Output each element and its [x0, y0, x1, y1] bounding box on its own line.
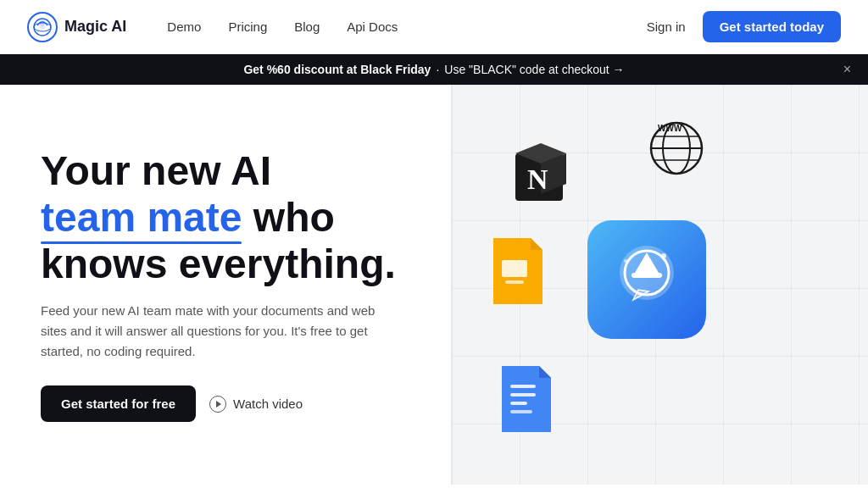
nav-blog[interactable]: Blog	[294, 19, 320, 34]
navbar: Magic AI Demo Pricing Blog Api Docs Sign…	[0, 0, 868, 54]
logo-icon	[27, 12, 58, 42]
svg-rect-14	[502, 260, 527, 277]
watch-video-button[interactable]: Watch video	[209, 396, 303, 413]
hero-title-line1: Your new AI	[41, 148, 271, 193]
banner-close-button[interactable]: ×	[843, 62, 851, 77]
promo-banner: Get %60 discount at Black Friday · Use "…	[0, 54, 868, 85]
notion-icon: N	[503, 136, 579, 212]
magic-ai-chat-icon	[587, 220, 706, 339]
hero-right: N WWW	[451, 85, 868, 485]
banner-separator: ·	[436, 63, 439, 76]
nav-links: Demo Pricing Blog Api Docs	[167, 19, 646, 34]
nav-right: Sign in Get started today	[647, 11, 841, 42]
get-started-today-button[interactable]: Get started today	[703, 11, 841, 42]
play-icon	[209, 396, 226, 413]
hero-title-line3: knows everything.	[41, 241, 396, 286]
slides-icon	[486, 237, 545, 305]
svg-text:WWW: WWW	[658, 124, 682, 133]
hero-section: Your new AI team mate who knows everythi…	[0, 85, 868, 485]
svg-rect-22	[510, 385, 536, 388]
watch-video-label: Watch video	[233, 396, 303, 411]
hero-title-line2: who	[242, 195, 334, 240]
hero-subtitle: Feed your new AI team mate with your doc…	[41, 301, 397, 362]
svg-rect-15	[505, 280, 524, 284]
docs-icon	[494, 364, 554, 436]
nav-pricing[interactable]: Pricing	[228, 19, 267, 34]
svg-rect-19	[632, 273, 662, 278]
hero-actions: Get started for free Watch video	[41, 385, 417, 422]
get-started-free-button[interactable]: Get started for free	[41, 385, 196, 422]
svg-rect-24	[510, 402, 527, 405]
sign-in-link[interactable]: Sign in	[647, 19, 686, 34]
hero-title-highlight: team mate	[41, 194, 242, 241]
play-triangle	[216, 401, 221, 408]
nav-demo[interactable]: Demo	[167, 19, 201, 34]
hero-left: Your new AI team mate who knows everythi…	[0, 85, 451, 485]
banner-regular-text: Use "BLACK" code at checkout →	[444, 63, 624, 76]
svg-point-20	[661, 253, 666, 258]
logo[interactable]: Magic AI	[27, 12, 126, 42]
www-globe-icon: WWW	[638, 110, 715, 186]
logo-text: Magic AI	[64, 18, 126, 36]
banner-bold-text: Get %60 discount at Black Friday	[243, 63, 431, 76]
svg-rect-23	[510, 393, 536, 396]
svg-rect-25	[510, 410, 532, 413]
nav-api-docs[interactable]: Api Docs	[347, 19, 398, 34]
svg-text:N: N	[527, 164, 548, 195]
svg-point-21	[624, 259, 627, 263]
hero-title: Your new AI team mate who knows everythi…	[41, 147, 417, 288]
